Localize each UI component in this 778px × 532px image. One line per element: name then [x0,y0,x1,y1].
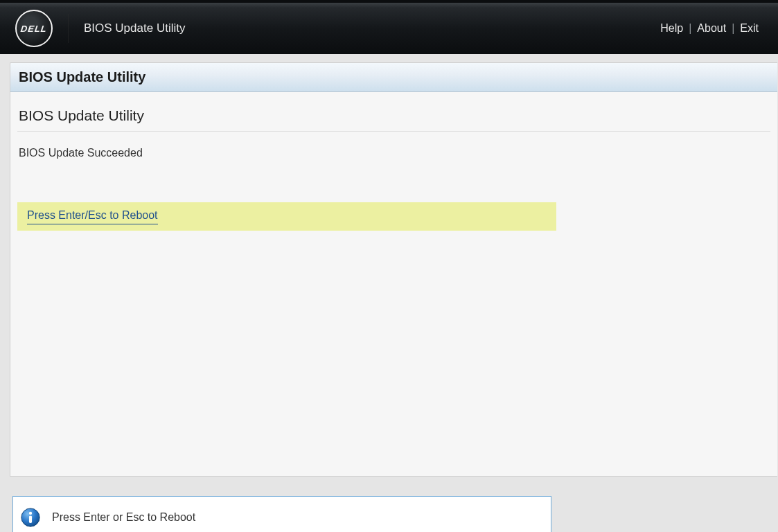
info-icon [20,507,41,528]
dell-logo: DELL [15,10,53,47]
app-title: BIOS Update Utility [84,21,185,35]
action-bar: Press Enter/Esc to Reboot [17,202,556,231]
exit-link[interactable]: Exit [740,22,759,35]
footer: Press Enter or Esc to Reboot [10,477,778,532]
status-message: BIOS Update Succeeded [17,147,770,159]
info-box: Press Enter or Esc to Reboot [12,496,551,532]
reboot-action[interactable]: Press Enter/Esc to Reboot [27,209,158,224]
panel-body: BIOS Update Utility BIOS Update Succeede… [10,92,777,476]
separator: | [732,22,734,35]
content-area: BIOS Update Utility BIOS Update Utility … [0,54,778,532]
spacer [17,231,770,425]
about-link[interactable]: About [697,22,726,35]
panel-title: BIOS Update Utility [19,69,145,85]
main-panel: BIOS Update Utility BIOS Update Utility … [10,62,777,477]
title-bar: DELL BIOS Update Utility Help | About | … [0,0,778,54]
divider [68,14,69,43]
help-link[interactable]: Help [660,22,683,35]
page-subtitle: BIOS Update Utility [17,107,770,132]
svg-rect-2 [29,516,32,523]
svg-point-1 [29,512,32,515]
info-message: Press Enter or Esc to Reboot [52,511,195,524]
separator: | [689,22,691,35]
top-links: Help | About | Exit [660,22,759,35]
dell-logo-text: DELL [20,24,48,34]
panel-header: BIOS Update Utility [10,63,777,92]
